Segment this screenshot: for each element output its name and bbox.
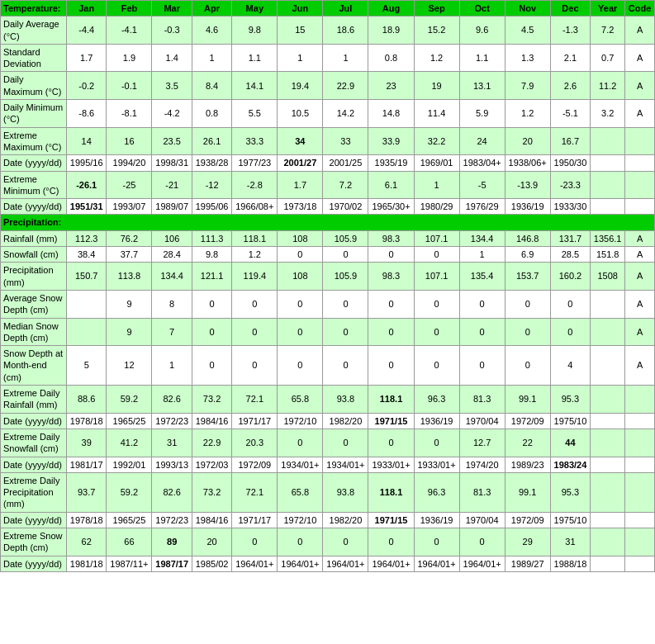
- data-cell: [625, 199, 655, 215]
- data-cell: 73.2: [192, 472, 231, 512]
- data-cell: 1965/25: [107, 413, 152, 429]
- data-cell: 9.6: [459, 17, 505, 45]
- data-cell: 1971/17: [232, 413, 278, 429]
- row-label: Extreme Daily Snowfall (cm): [1, 429, 67, 457]
- data-cell: 1993/13: [152, 457, 192, 472]
- data-cell: 1972/09: [505, 413, 550, 429]
- data-cell: 1: [323, 44, 368, 72]
- data-cell: 72.1: [232, 386, 278, 414]
- data-cell: 1972/10: [278, 413, 323, 429]
- data-cell: 8: [152, 290, 192, 318]
- data-cell: 150.7: [67, 263, 107, 291]
- data-cell: 22: [505, 429, 550, 457]
- data-cell: 31: [152, 429, 192, 457]
- data-cell: -21: [152, 171, 192, 199]
- data-cell: [625, 171, 655, 199]
- data-cell: [591, 127, 625, 155]
- data-cell: 1971/15: [368, 413, 414, 429]
- data-cell: 1964/01+: [459, 556, 505, 571]
- data-cell: 4.5: [505, 17, 550, 45]
- data-cell: 0: [505, 346, 550, 386]
- data-cell: 24: [459, 127, 505, 155]
- row-label: Extreme Minimum (°C): [1, 171, 67, 199]
- data-cell: -23.3: [550, 171, 590, 199]
- data-cell: 3.2: [591, 100, 625, 128]
- data-cell: A: [625, 346, 655, 386]
- data-cell: 153.7: [505, 263, 550, 291]
- data-cell: A: [625, 247, 655, 263]
- data-cell: 1972/10: [278, 512, 323, 528]
- data-cell: -5: [459, 171, 505, 199]
- data-cell: [591, 171, 625, 199]
- data-cell: 82.6: [152, 386, 192, 414]
- data-cell: 14.2: [323, 100, 368, 128]
- data-cell: 5.5: [232, 100, 278, 128]
- data-cell: 1972/09: [232, 457, 278, 472]
- data-cell: 1: [152, 346, 192, 386]
- data-cell: 20: [192, 528, 231, 556]
- data-cell: 28.4: [152, 247, 192, 263]
- data-cell: 1969/01: [414, 155, 459, 171]
- data-cell: 66: [107, 528, 152, 556]
- data-cell: 9: [107, 318, 152, 346]
- data-cell: 0: [278, 318, 323, 346]
- data-cell: 93.7: [67, 472, 107, 512]
- data-cell: 0: [368, 429, 414, 457]
- data-cell: 6.1: [368, 171, 414, 199]
- data-cell: 1.2: [232, 247, 278, 263]
- data-cell: 1: [278, 44, 323, 72]
- data-cell: 14: [67, 127, 107, 155]
- aug-header: Aug: [368, 1, 414, 17]
- data-cell: 0: [278, 528, 323, 556]
- data-cell: 135.4: [459, 263, 505, 291]
- data-cell: 7.9: [505, 72, 550, 100]
- data-cell: [591, 512, 625, 528]
- data-cell: 1935/19: [368, 155, 414, 171]
- data-cell: 131.7: [550, 230, 590, 246]
- data-cell: [591, 199, 625, 215]
- data-cell: 11.4: [414, 100, 459, 128]
- sep-header: Sep: [414, 1, 459, 17]
- data-cell: 13.1: [459, 72, 505, 100]
- data-cell: 0: [278, 346, 323, 386]
- data-cell: [591, 472, 625, 512]
- data-cell: 1.7: [278, 171, 323, 199]
- row-label: Extreme Snow Depth (cm): [1, 528, 67, 556]
- data-cell: [67, 290, 107, 318]
- data-cell: -4.1: [107, 17, 152, 45]
- data-cell: 18.6: [323, 17, 368, 45]
- data-cell: 19.4: [278, 72, 323, 100]
- data-cell: 108: [278, 263, 323, 291]
- table-row: Date (yyyy/dd)1995/161994/201998/311938/…: [1, 155, 655, 171]
- table-row: Extreme Snow Depth (cm)62668920000000293…: [1, 528, 655, 556]
- data-cell: 18.9: [368, 17, 414, 45]
- data-cell: 19: [414, 72, 459, 100]
- year-header: Year: [591, 1, 625, 17]
- table-row: Snow Depth at Month-end (cm)512100000000…: [1, 346, 655, 386]
- data-cell: 1950/30: [550, 155, 590, 171]
- data-cell: 0: [368, 318, 414, 346]
- row-label: Snow Depth at Month-end (cm): [1, 346, 67, 386]
- data-cell: 0.8: [192, 100, 231, 128]
- data-cell: 1987/17: [152, 556, 192, 571]
- data-cell: 0: [505, 290, 550, 318]
- data-cell: [591, 386, 625, 414]
- section-header-label: Precipitation:: [1, 215, 655, 230]
- data-cell: 16.7: [550, 127, 590, 155]
- data-cell: 23.5: [152, 127, 192, 155]
- data-cell: 0: [323, 429, 368, 457]
- data-cell: 111.3: [192, 230, 231, 246]
- data-cell: 1938/06+: [505, 155, 550, 171]
- data-cell: 1989/27: [505, 556, 550, 571]
- data-cell: [625, 472, 655, 512]
- jul-header: Jul: [323, 1, 368, 17]
- table-row: Date (yyyy/dd)1951/311993/071989/071995/…: [1, 199, 655, 215]
- data-cell: 1.3: [505, 44, 550, 72]
- data-cell: [591, 556, 625, 571]
- data-cell: 119.4: [232, 263, 278, 291]
- table-row: Extreme Daily Rainfall (mm)88.659.282.67…: [1, 386, 655, 414]
- row-label: Date (yyyy/dd): [1, 199, 67, 215]
- data-cell: 1994/20: [107, 155, 152, 171]
- data-cell: 73.2: [192, 386, 231, 414]
- data-cell: 20.3: [232, 429, 278, 457]
